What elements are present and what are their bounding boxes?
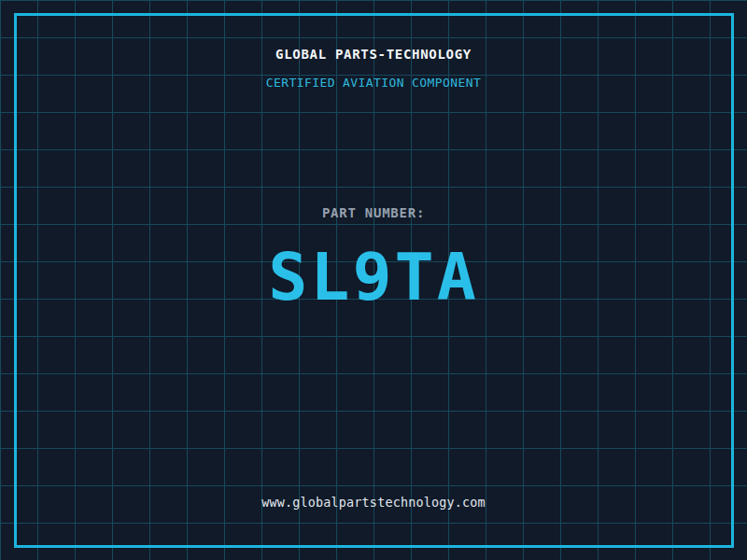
website-url: www.globalpartstechnology.com <box>0 495 747 511</box>
part-number-label: PART NUMBER: <box>0 204 747 221</box>
certification-subtitle: CERTIFIED AVIATION COMPONENT <box>0 75 747 91</box>
part-number-value: SL9TA <box>0 245 747 310</box>
part-label-screen: GLOBAL PARTS-TECHNOLOGY CERTIFIED AVIATI… <box>0 0 747 560</box>
company-title: GLOBAL PARTS-TECHNOLOGY <box>0 46 747 63</box>
